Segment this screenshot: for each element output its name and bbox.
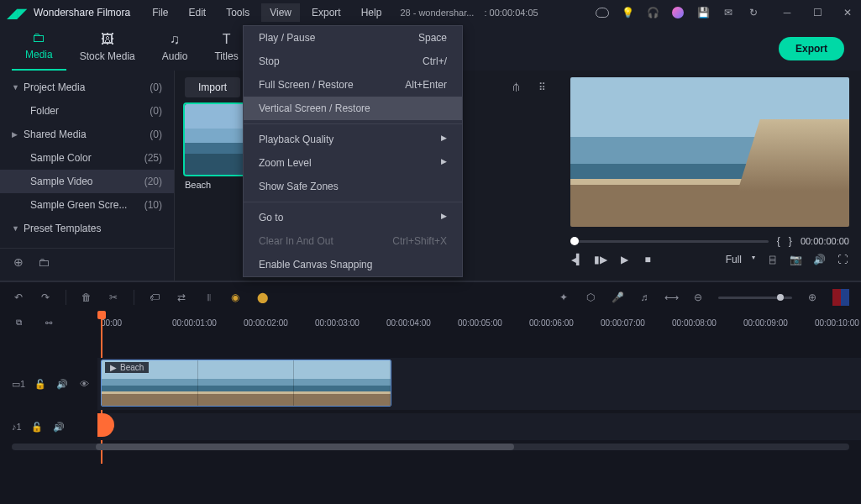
fit-icon[interactable]: ⟷ xyxy=(664,291,678,303)
track-manager-icon[interactable]: ⧉ xyxy=(12,318,25,328)
menu-separator xyxy=(244,202,462,202)
equalizer-icon[interactable]: ⫴ xyxy=(202,291,215,303)
zoom-slider[interactable] xyxy=(718,297,792,299)
text-icon: T xyxy=(223,32,231,47)
video-track-lane[interactable]: ▶Beach xyxy=(97,358,861,410)
export-button[interactable]: Export xyxy=(779,37,844,60)
color-icon[interactable]: ⬤ xyxy=(255,291,269,303)
menu-playback-quality[interactable]: Playback Quality▶ xyxy=(244,128,462,151)
clip-beach[interactable]: ▶Beach xyxy=(101,360,391,407)
timeline-scrollbar[interactable] xyxy=(12,444,849,450)
speed-icon[interactable]: ◉ xyxy=(228,291,242,303)
play-icon[interactable]: ▶ xyxy=(617,254,631,265)
timeline-ruler[interactable]: ⧉ ⚯ 00:00 00:00:01:00 00:00:02:00 00:00:… xyxy=(0,312,861,333)
video-track-1: ▭1 🔓 🔊 👁 ▶Beach xyxy=(0,358,861,410)
video-track-badge: ▭1 xyxy=(12,379,25,390)
audio-track-badge: ♪1 xyxy=(12,422,22,432)
menu-canvas-snapping[interactable]: Enable Canvas Snapping xyxy=(244,253,462,276)
seekbar-handle[interactable] xyxy=(570,237,579,245)
mixer-icon[interactable]: ♬ xyxy=(638,291,651,303)
folder-icon[interactable]: 🗀 xyxy=(37,255,50,269)
volume-icon[interactable]: 🔊 xyxy=(812,254,826,265)
grid-view-icon[interactable]: ⠿ xyxy=(535,81,549,93)
tab-media[interactable]: 🗀Media xyxy=(12,25,66,71)
sidebar-sample-video[interactable]: Sample Video(20) xyxy=(0,170,174,193)
redo-icon[interactable]: ↷ xyxy=(39,291,52,303)
timeline-panel: ↶ ↷ 🗑 ✂ 🏷 ⇄ ⫴ ◉ ⬤ ✦ ⬡ 🎤 ♬ ⟷ ⊖ ⊕ ⧉ ⚯ 00:0… xyxy=(0,281,861,504)
audio-marker[interactable] xyxy=(97,413,114,437)
app-logo-icon: ◢◤ xyxy=(7,5,27,21)
history-icon[interactable]: ↻ xyxy=(747,6,760,19)
shield-icon[interactable]: ⬡ xyxy=(584,291,597,303)
close-icon[interactable]: ✕ xyxy=(841,6,854,19)
menu-fullscreen[interactable]: Full Screen / RestoreAlt+Enter xyxy=(244,73,462,97)
timeline-tracks: ▭1 🔓 🔊 👁 ▶Beach ♪1 🔓 🔊 xyxy=(0,333,861,504)
zoom-out-icon[interactable]: ⊖ xyxy=(691,291,705,303)
mute-icon[interactable]: 🔊 xyxy=(55,379,69,390)
menu-edit[interactable]: Edit xyxy=(181,3,215,22)
minimize-icon[interactable]: ─ xyxy=(780,6,794,19)
lock-icon[interactable]: 🔓 xyxy=(30,422,44,433)
image-icon: 🖼 xyxy=(101,32,114,47)
menu-safe-zones[interactable]: Show Safe Zones xyxy=(244,175,462,198)
tab-audio[interactable]: ♫Audio xyxy=(149,27,202,71)
quality-label[interactable]: Full xyxy=(726,254,742,265)
cloud-icon[interactable] xyxy=(596,6,609,19)
delete-icon[interactable]: 🗑 xyxy=(80,291,93,303)
menu-vertical-screen[interactable]: Vertical Screen / Restore xyxy=(244,97,462,120)
sidebar-sample-green[interactable]: Sample Green Scre...(10) xyxy=(0,193,174,217)
display-icon[interactable]: ⌸ xyxy=(765,254,779,265)
adjust-icon[interactable]: ⇄ xyxy=(175,291,188,303)
menu-export[interactable]: Export xyxy=(303,3,349,22)
preview-seekbar[interactable] xyxy=(570,240,769,243)
media-sidebar: ▼Project Media(0) Folder(0) ▶Shared Medi… xyxy=(0,71,175,281)
menu-help[interactable]: Help xyxy=(353,3,391,22)
sidebar-preset-templates[interactable]: ▼Preset Templates xyxy=(0,217,174,240)
cut-icon[interactable]: ✂ xyxy=(107,291,120,303)
expand-icon[interactable]: ⛶ xyxy=(836,254,849,265)
mute-icon[interactable]: 🔊 xyxy=(52,422,66,433)
menu-separator xyxy=(244,123,462,124)
prev-frame-icon[interactable]: ◂▍ xyxy=(570,254,584,265)
scopes-icon[interactable] xyxy=(832,289,849,306)
stop-icon[interactable]: ■ xyxy=(641,254,654,265)
sidebar-folder[interactable]: Folder(0) xyxy=(0,99,174,123)
new-folder-icon[interactable]: ⊕ xyxy=(12,255,25,269)
link-icon[interactable]: ⚯ xyxy=(42,318,55,328)
menu-file[interactable]: File xyxy=(144,3,176,22)
timeline-toolbar: ↶ ↷ 🗑 ✂ 🏷 ⇄ ⫴ ◉ ⬤ ✦ ⬡ 🎤 ♬ ⟷ ⊖ ⊕ xyxy=(0,282,861,312)
mic-icon[interactable]: 🎤 xyxy=(611,291,624,303)
zoom-in-icon[interactable]: ⊕ xyxy=(806,291,819,303)
lock-icon[interactable]: 🔓 xyxy=(34,379,47,390)
menu-goto[interactable]: Go to▶ xyxy=(244,206,462,229)
support-icon[interactable]: 🎧 xyxy=(646,6,659,19)
tab-stock-media[interactable]: 🖼Stock Media xyxy=(66,27,149,71)
sidebar-sample-color[interactable]: Sample Color(25) xyxy=(0,146,174,170)
tag-icon[interactable]: 🏷 xyxy=(148,291,161,303)
import-button[interactable]: Import xyxy=(185,77,240,97)
mark-in-bracket[interactable]: { xyxy=(777,235,780,247)
maximize-icon[interactable]: ☐ xyxy=(811,6,824,19)
filter-icon[interactable]: ⫛ xyxy=(510,81,523,93)
mail-icon[interactable]: ✉ xyxy=(722,6,735,19)
menu-view[interactable]: View xyxy=(261,3,300,22)
menu-zoom-level[interactable]: Zoom Level▶ xyxy=(244,151,462,175)
menu-play-pause[interactable]: Play / PauseSpace xyxy=(244,26,462,50)
sidebar-shared-media[interactable]: ▶Shared Media(0) xyxy=(0,123,174,146)
audio-track-lane[interactable] xyxy=(97,413,861,440)
visibility-icon[interactable]: 👁 xyxy=(77,379,91,389)
titlebar: ◢◤ Wondershare Filmora File Edit Tools V… xyxy=(0,0,861,25)
account-icon[interactable] xyxy=(671,6,685,19)
save-icon[interactable]: 💾 xyxy=(696,6,710,19)
view-dropdown-menu: Play / PauseSpace StopCtrl+/ Full Screen… xyxy=(243,25,463,277)
undo-icon[interactable]: ↶ xyxy=(12,291,25,303)
sidebar-project-media[interactable]: ▼Project Media(0) xyxy=(0,76,174,99)
snapshot-icon[interactable]: 📷 xyxy=(789,254,802,265)
preview-viewport[interactable] xyxy=(570,77,849,227)
menu-tools[interactable]: Tools xyxy=(218,3,258,22)
step-back-icon[interactable]: ▮▶ xyxy=(594,254,607,265)
tips-icon[interactable]: 💡 xyxy=(621,6,634,19)
marker-icon[interactable]: ✦ xyxy=(557,291,570,303)
menu-stop[interactable]: StopCtrl+/ xyxy=(244,50,462,73)
mark-out-bracket[interactable]: } xyxy=(789,235,792,247)
